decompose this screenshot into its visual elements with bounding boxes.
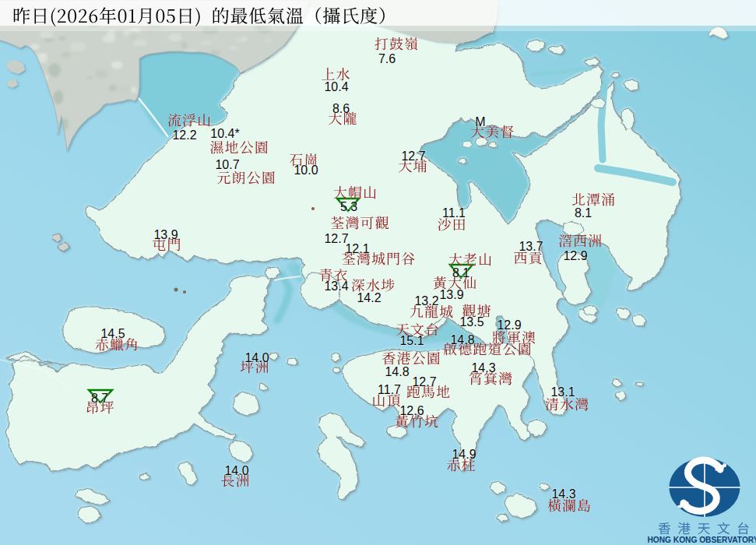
svg-text:10.7: 10.7 — [215, 158, 239, 171]
svg-text:13.9: 13.9 — [439, 288, 463, 301]
svg-text:14.5: 14.5 — [100, 327, 125, 340]
svg-text:12.9: 12.9 — [497, 318, 521, 332]
svg-text:11.1: 11.1 — [442, 206, 466, 220]
svg-text:12.7: 12.7 — [412, 375, 436, 389]
svg-text:M: M — [475, 115, 485, 128]
svg-text:14.8: 14.8 — [385, 365, 409, 378]
svg-text:12.6: 12.6 — [399, 404, 424, 417]
svg-text:13.4: 13.4 — [324, 280, 348, 293]
svg-text:11.7: 11.7 — [378, 383, 401, 396]
svg-text:13.1: 13.1 — [550, 385, 575, 399]
svg-text:12.1: 12.1 — [345, 242, 369, 255]
svg-text:12.7: 12.7 — [401, 149, 425, 163]
svg-text:14.3: 14.3 — [471, 361, 495, 374]
svg-text:8.1: 8.1 — [575, 206, 592, 220]
svg-text:8.7: 8.7 — [91, 392, 108, 405]
svg-text:15.1: 15.1 — [399, 334, 424, 347]
svg-text:12.9: 12.9 — [563, 249, 587, 262]
svg-text:14.3: 14.3 — [551, 487, 575, 501]
svg-text:8.6: 8.6 — [332, 102, 350, 115]
svg-text:7.6: 7.6 — [378, 52, 396, 65]
svg-text:8.1: 8.1 — [452, 266, 469, 280]
svg-text:14.0: 14.0 — [224, 464, 248, 477]
svg-text:12.2: 12.2 — [172, 128, 196, 142]
svg-text:5.3: 5.3 — [340, 200, 357, 213]
svg-text:HONG KONG OBSERVATORY: HONG KONG OBSERVATORY — [647, 536, 756, 544]
svg-text:10.4*: 10.4* — [210, 127, 239, 140]
svg-text:10.0: 10.0 — [294, 164, 318, 177]
svg-text:14.9: 14.9 — [452, 448, 476, 461]
svg-text:13.5: 13.5 — [459, 315, 483, 329]
svg-text:14.2: 14.2 — [357, 291, 381, 304]
svg-text:13.7: 13.7 — [519, 240, 543, 253]
svg-text:13.9: 13.9 — [153, 228, 178, 241]
svg-text:14.0: 14.0 — [244, 351, 269, 364]
svg-text:14.8: 14.8 — [450, 333, 474, 346]
svg-text:10.4: 10.4 — [324, 80, 348, 93]
svg-text:13.2: 13.2 — [414, 294, 438, 308]
